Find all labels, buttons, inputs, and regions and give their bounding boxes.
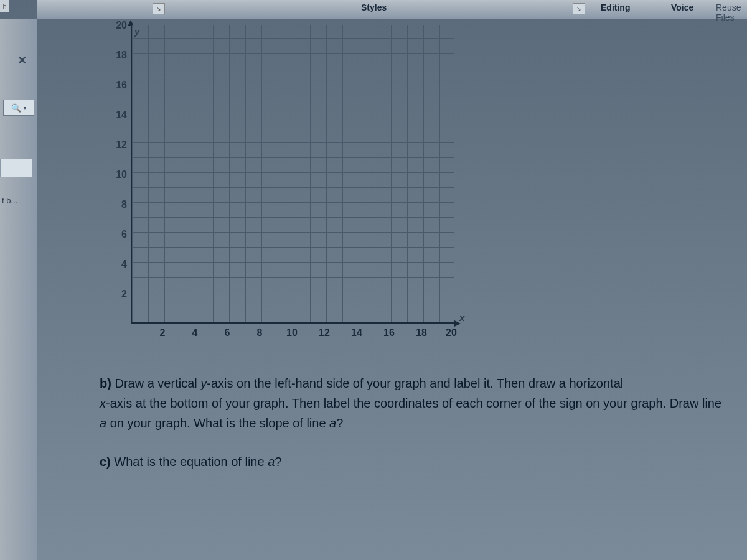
question-b-label: b) <box>100 376 111 390</box>
y-tick: 20 <box>108 20 127 31</box>
x-tick: 14 <box>347 327 366 338</box>
ribbon-divider <box>707 1 707 15</box>
x-tick: 4 <box>186 327 204 338</box>
x-tick: 6 <box>218 327 237 338</box>
ribbon-group-editing[interactable]: Editing <box>601 2 630 12</box>
document-content: y x 20 18 16 14 12 10 8 6 4 2 2 4 6 8 10… <box>37 19 747 560</box>
x-tick: 18 <box>412 327 431 338</box>
search-box[interactable]: 🔍 ▾ <box>3 100 34 116</box>
search-dropdown-icon[interactable]: ▾ <box>24 105 26 111</box>
thumbnail-placeholder[interactable] <box>0 159 32 177</box>
result-snippet: f b... <box>2 196 17 205</box>
y-tick: 10 <box>108 169 127 180</box>
ribbon-fragment-left: h <box>0 0 9 12</box>
text: ? <box>275 455 281 469</box>
x-tick: 2 <box>153 327 172 338</box>
text-italic: x <box>100 396 106 410</box>
grid-background <box>131 25 454 324</box>
x-tick: 12 <box>315 327 334 338</box>
question-c: c) What is the equation of line a? <box>100 452 728 472</box>
text-italic: y <box>200 376 207 390</box>
question-b: b) Draw a vertical y-axis on the left-ha… <box>100 373 728 433</box>
x-tick: 20 <box>442 327 461 338</box>
y-tick: 4 <box>108 259 127 270</box>
text: on your graph. What is the slope of line <box>106 416 329 430</box>
graph-grid: y x 20 18 16 14 12 10 8 6 4 2 2 4 6 8 10… <box>100 19 473 342</box>
ribbon-group-styles[interactable]: Styles <box>361 2 387 12</box>
question-text: b) Draw a vertical y-axis on the left-ha… <box>100 373 728 472</box>
y-tick: 8 <box>108 199 127 210</box>
x-tick: 8 <box>250 327 269 338</box>
text-italic: a <box>268 455 275 469</box>
text: ? <box>336 416 343 430</box>
ribbon-group-voice[interactable]: Voice <box>671 2 693 12</box>
text-italic: a <box>100 416 106 430</box>
x-axis-label: x <box>459 312 464 323</box>
ribbon-bar: ↘ Styles ↘ Editing Voice Reuse Files <box>37 0 747 19</box>
y-tick: 16 <box>108 80 127 91</box>
text: What is the equation of line <box>114 455 268 469</box>
search-icon: 🔍 <box>11 103 21 113</box>
styles-expand-icon[interactable]: ↘ <box>153 3 165 14</box>
ribbon-divider <box>660 1 660 15</box>
y-tick: 6 <box>108 229 127 240</box>
y-tick: 14 <box>108 110 127 121</box>
close-pane-button[interactable]: ✕ <box>17 54 27 67</box>
x-tick: 10 <box>283 327 301 338</box>
x-tick: 16 <box>380 327 398 338</box>
y-tick: 12 <box>108 139 127 151</box>
text: -axis at the bottom of your graph. Then … <box>106 396 721 410</box>
text: Draw a vertical <box>115 376 200 390</box>
text-italic: a <box>329 416 336 430</box>
editing-expand-icon[interactable]: ↘ <box>573 3 585 14</box>
text: -axis on the left-hand side of your grap… <box>207 376 623 390</box>
y-tick: 18 <box>108 50 127 61</box>
y-tick: 2 <box>108 289 127 300</box>
navigation-pane: ✕ 🔍 ▾ f b... <box>0 19 37 560</box>
question-c-label: c) <box>100 455 111 469</box>
